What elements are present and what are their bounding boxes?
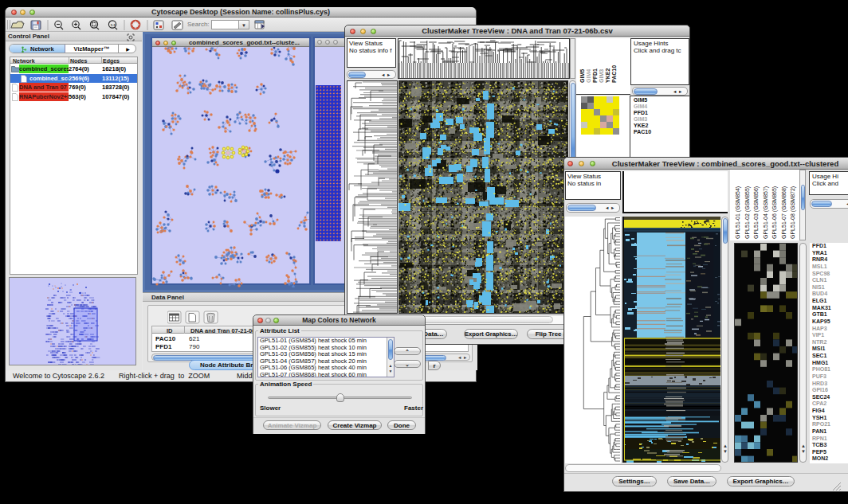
svg-text:1:1: 1:1: [111, 23, 116, 27]
